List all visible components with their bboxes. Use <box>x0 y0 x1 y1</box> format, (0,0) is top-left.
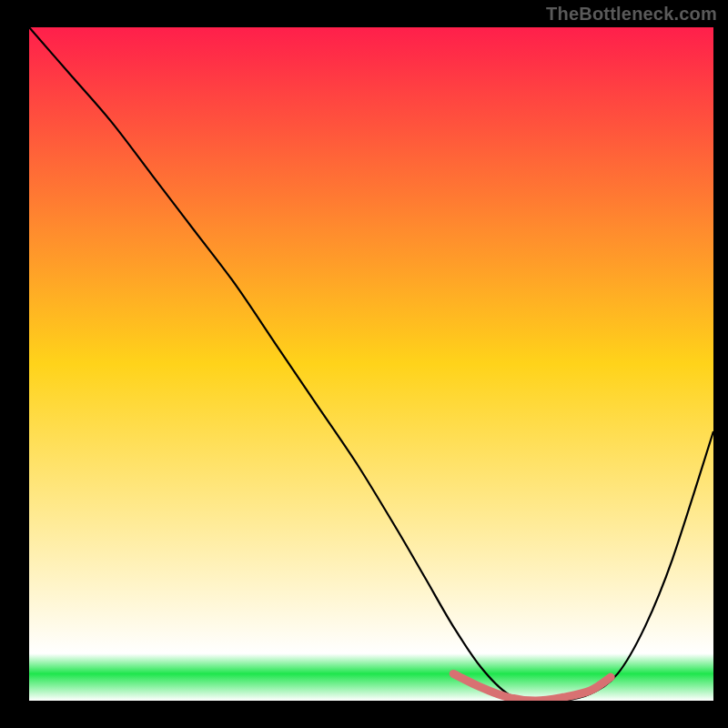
frame-left <box>0 0 29 728</box>
frame-right <box>713 0 728 728</box>
watermark-text: TheBottleneck.com <box>546 4 717 25</box>
chart-container: TheBottleneck.com <box>0 0 728 728</box>
frame-bottom <box>0 701 728 728</box>
chart-svg <box>0 0 728 728</box>
plot-background <box>29 27 713 701</box>
